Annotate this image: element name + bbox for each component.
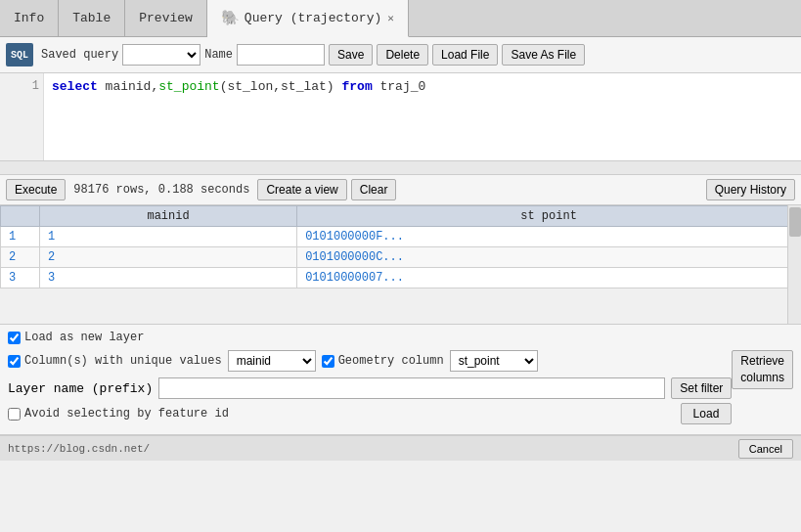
load-as-layer-checkbox[interactable]	[8, 332, 21, 344]
name-input[interactable]	[237, 44, 325, 66]
query-toolbar: SQL Saved query Name Save Delete Load Fi…	[0, 37, 801, 73]
avoid-selecting-check-label[interactable]: Avoid selecting by feature id	[8, 407, 229, 421]
sql-code[interactable]: select mainid,st_point(st_lon,st_lat) fr…	[44, 73, 801, 100]
create-view-button[interactable]: Create a view	[257, 179, 346, 200]
geometry-col-checkbox[interactable]	[322, 355, 334, 368]
clear-button[interactable]: Clear	[351, 179, 397, 200]
editor-h-scrollbar[interactable]	[0, 161, 801, 175]
set-filter-button[interactable]: Set filter	[671, 377, 732, 399]
sql-editor[interactable]: 1 select mainid,st_point(st_lon,st_lat) …	[0, 73, 801, 161]
layer-name-input[interactable]	[158, 377, 665, 399]
results-scroll[interactable]: mainid st point 1 1 0101000000F... 2 2 0…	[0, 205, 801, 324]
tab-table-label: Table	[72, 11, 111, 25]
query-history-button[interactable]: Query History	[706, 179, 795, 200]
stpoint-select[interactable]: st_point	[450, 350, 538, 372]
footer: https://blog.csdn.net/ Cancel	[0, 435, 801, 461]
avoid-selecting-checkbox[interactable]	[8, 408, 21, 421]
sql-icon: SQL	[6, 43, 33, 66]
avoid-row: Avoid selecting by feature id Load	[8, 403, 732, 424]
saved-query-label: Saved query	[41, 48, 118, 62]
postgres-icon: 🐘	[221, 9, 240, 27]
row-1-num: 1	[1, 227, 40, 247]
tab-query-label: Query (trajectory)	[245, 11, 381, 25]
table-row: 3 3 01010000007...	[1, 268, 801, 288]
load-button[interactable]: Load	[681, 403, 733, 424]
col-header-stpoint: st point	[297, 206, 801, 227]
row-2-mainid: 2	[40, 247, 297, 268]
results-v-scrollbar[interactable]	[787, 205, 801, 324]
tab-table[interactable]: Table	[59, 0, 125, 36]
line-number-1: 1	[4, 79, 39, 93]
row-3-stpoint: 01010000007...	[297, 268, 801, 288]
layer-name-row: Layer name (prefix) Set filter	[8, 377, 732, 399]
cancel-button[interactable]: Cancel	[738, 439, 793, 459]
save-button[interactable]: Save	[329, 44, 373, 66]
col-header-empty	[1, 206, 40, 227]
columns-unique-check-label[interactable]: Column(s) with unique values	[8, 354, 222, 368]
geometry-col-check-label[interactable]: Geometry column	[322, 354, 444, 368]
name-label: Name	[204, 48, 233, 62]
columns-unique-checkbox[interactable]	[8, 355, 21, 368]
layer-name-label: Layer name (prefix)	[8, 381, 153, 396]
table-row: 2 2 0101000000C...	[1, 247, 801, 268]
row-2-num: 2	[1, 247, 40, 268]
load-as-layer-check-label[interactable]: Load as new layer	[8, 331, 144, 344]
table-row: 1 1 0101000000F...	[1, 227, 801, 247]
load-file-button[interactable]: Load File	[432, 44, 498, 66]
mainid-select[interactable]: mainid	[228, 350, 316, 372]
tab-info-label: Info	[14, 11, 44, 25]
columns-row: Column(s) with unique values mainid Geom…	[8, 350, 732, 372]
results-wrapper: mainid st point 1 1 0101000000F... 2 2 0…	[0, 205, 801, 325]
tab-info[interactable]: Info	[0, 0, 59, 36]
status-text: 98176 rows, 0.188 seconds	[73, 183, 249, 197]
saved-query-select[interactable]	[122, 44, 200, 66]
line-numbers: 1	[0, 73, 44, 160]
row-1-stpoint: 0101000000F...	[297, 227, 801, 247]
load-layer-row: Load as new layer	[8, 331, 793, 344]
results-table: mainid st point 1 1 0101000000F... 2 2 0…	[0, 205, 801, 288]
save-as-file-button[interactable]: Save As File	[502, 44, 585, 66]
row-2-stpoint: 0101000000C...	[297, 247, 801, 268]
tab-bar: Info Table Preview 🐘 Query (trajectory) …	[0, 0, 801, 37]
scrollbar-thumb	[789, 207, 801, 237]
row-3-mainid: 3	[40, 268, 297, 288]
tab-preview[interactable]: Preview	[125, 0, 207, 36]
row-1-mainid: 1	[40, 227, 297, 247]
action-bar: Execute 98176 rows, 0.188 seconds Create…	[0, 175, 801, 205]
col-header-mainid: mainid	[40, 206, 297, 227]
row-3-num: 3	[1, 268, 40, 288]
bottom-controls: Load as new layer Column(s) with unique …	[0, 325, 801, 435]
footer-url: https://blog.csdn.net/	[8, 443, 738, 455]
tab-close-icon[interactable]: ✕	[387, 12, 394, 24]
tab-preview-label: Preview	[139, 11, 193, 25]
tab-query[interactable]: 🐘 Query (trajectory) ✕	[207, 0, 409, 37]
delete-button[interactable]: Delete	[377, 44, 428, 66]
execute-button[interactable]: Execute	[6, 179, 66, 200]
retrieve-columns-button[interactable]: Retrieve columns	[732, 350, 793, 389]
